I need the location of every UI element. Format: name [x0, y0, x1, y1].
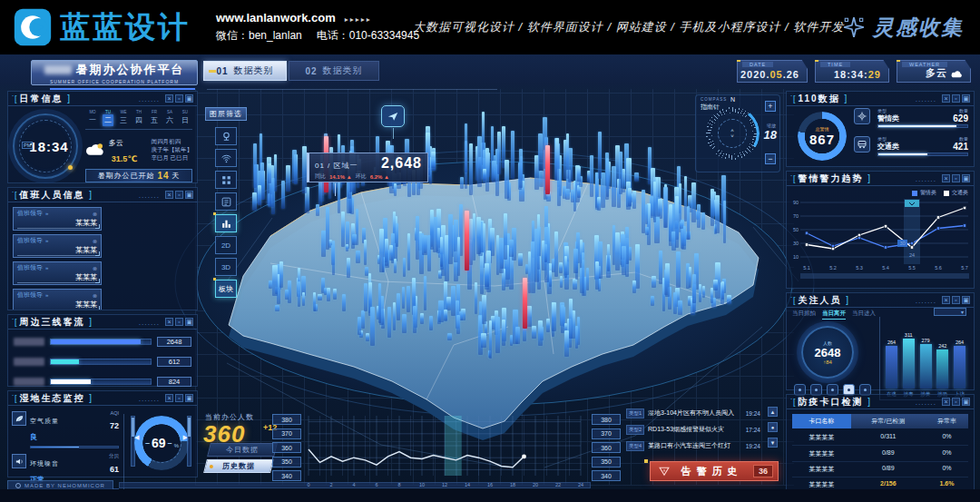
list-icon[interactable] [215, 192, 237, 211]
scroll-down-icon[interactable]: ▼ [768, 438, 778, 448]
camera-icon[interactable] [215, 127, 237, 145]
expand-icon[interactable]: ▣ [962, 94, 970, 103]
speaker-icon [12, 454, 26, 468]
weekday-cn[interactable]: 六 [164, 114, 175, 126]
column-header[interactable]: 卡口名称 [792, 414, 851, 428]
weekday-cn[interactable]: 二 [103, 114, 113, 126]
duty-card[interactable]: 值班领导»⊗某某某 [13, 289, 102, 310]
expand-icon[interactable]: ▣ [962, 174, 970, 182]
layer-button[interactable]: 3D [215, 258, 237, 276]
count-value: 421 [953, 142, 968, 152]
window-icon[interactable]: ▫ [952, 174, 960, 182]
svg-text:0: 0 [307, 482, 309, 487]
close-icon[interactable]: × [165, 394, 173, 402]
y-axis-right: 380370360350340 [592, 414, 621, 481]
window-icon[interactable]: ▫ [175, 394, 183, 402]
weekday-cn[interactable]: 三 [118, 114, 129, 126]
expand-icon[interactable]: ▣ [185, 94, 193, 103]
chevron-right-icon: » [45, 292, 48, 298]
zoom-out-button[interactable]: − [765, 153, 776, 164]
logo[interactable]: 蓝蓝设计 [13, 7, 191, 48]
history-data-button[interactable]: 历史数据 [203, 459, 274, 473]
weekday-cn[interactable]: 五 [149, 114, 160, 126]
alert-row[interactable]: 类型4某路口有小汽车连闯三个红灯19:24 [626, 439, 760, 452]
today-data-button[interactable]: 今日数据 [207, 443, 278, 457]
legend-item[interactable]: 警情类 [912, 189, 936, 197]
data110-rows: 类型警情类数量629类型交通类数量421 [854, 108, 968, 164]
scroll-dot-icon[interactable]: ● [768, 422, 778, 432]
focus-tab[interactable]: 当日抓拍 [792, 310, 816, 320]
duty-card[interactable]: 值班领导»⊗某某某 [13, 261, 102, 285]
trend-line-chart[interactable]: 907050301024305.15.25.35.45.55.65.7 [790, 197, 972, 284]
radar-icon[interactable] [215, 149, 237, 167]
alert-row[interactable]: 类型2RD13-53烟感报警疑似火灾17:24 [626, 423, 760, 436]
collect-button[interactable]: 灵感收集 [842, 0, 964, 54]
data110-row: 类型交通类数量421 [854, 136, 968, 156]
close-icon[interactable]: × [942, 94, 950, 103]
focus-tab[interactable]: 当日离开 [822, 310, 846, 320]
bar-item: 279涉黄 [918, 338, 934, 390]
column-header[interactable]: 异常/已检测 [851, 414, 926, 428]
focus-tabs: 当日抓拍当日离开当日进入 [792, 310, 876, 320]
duty-role-label: 值班领导 [17, 290, 43, 300]
window-icon[interactable]: ▫ [952, 398, 960, 406]
checkpoint-name: 某某某某 [792, 465, 851, 474]
column-header[interactable]: 异常率 [926, 414, 968, 428]
close-icon[interactable]: ⊗ [93, 292, 97, 299]
close-icon[interactable]: × [165, 94, 173, 103]
window-icon[interactable]: ▫ [175, 191, 183, 199]
expand-icon[interactable]: ▣ [962, 296, 970, 304]
zoom-in-button[interactable]: + [765, 101, 776, 112]
grid-icon[interactable] [215, 171, 237, 189]
layer-button[interactable]: 2D [215, 236, 237, 254]
expand-icon[interactable]: ▣ [185, 191, 193, 199]
expand-icon[interactable]: ▣ [962, 398, 970, 406]
weekday-cn[interactable]: 四 [133, 114, 144, 126]
weekday-cn[interactable]: 一 [87, 114, 98, 126]
window-icon[interactable]: ▫ [952, 296, 960, 304]
close-icon[interactable]: × [165, 191, 173, 199]
notice-bar: 暑期办公已开始14天 [85, 169, 192, 182]
legend-label: 交通类 [952, 189, 968, 197]
bar-value: 279 [921, 338, 929, 343]
blurred-label [14, 338, 44, 346]
count-value: 2648 [815, 346, 841, 359]
close-icon[interactable]: ⊗ [93, 211, 97, 217]
range-dropdown[interactable]: ▾ [934, 308, 966, 316]
window-icon[interactable]: ▫ [175, 318, 183, 326]
close-icon[interactable]: ⊗ [93, 238, 97, 244]
weekday-cn[interactable]: 日 [180, 114, 191, 126]
alert-row[interactable]: 类型1湿地3-104片区有不明人员闯入19:24 [626, 407, 760, 419]
close-icon[interactable]: × [942, 398, 950, 406]
cloud-icon [951, 70, 963, 78]
legend-item[interactable]: 交通类 [944, 189, 968, 197]
duty-card[interactable]: 值班领导»⊗某某某 [13, 234, 102, 258]
expand-icon[interactable]: ▣ [185, 318, 193, 326]
slider-right[interactable] [187, 416, 191, 467]
close-icon[interactable]: × [165, 318, 173, 326]
close-icon[interactable]: × [942, 174, 950, 182]
chevron-right-icon: » [45, 211, 48, 216]
close-icon[interactable]: × [942, 296, 950, 304]
window-icon[interactable]: ▫ [952, 94, 960, 103]
website-link[interactable]: www.lanlanwork.com [216, 11, 336, 25]
layer-button-label: 2D [221, 241, 230, 250]
arrow-left-icon[interactable]: ◀ [134, 434, 139, 441]
plane-marker[interactable] [381, 105, 405, 127]
layer-button[interactable]: 板块 [215, 280, 237, 298]
tab-data-category-2[interactable]: 02数据类别 [289, 61, 379, 81]
office-line-chart[interactable]: 024681012141618202224 [305, 410, 588, 494]
bar-chart-icon[interactable] [215, 214, 237, 232]
alert-history-banner[interactable]: 告警历史 36 [650, 461, 779, 481]
type-name: 警情类 [877, 113, 949, 123]
close-icon[interactable]: ⊗ [93, 265, 97, 271]
tab-data-category-1[interactable]: 01数据类别 [203, 61, 287, 81]
divider [85, 129, 192, 130]
scroll-up-icon[interactable]: ▲ [768, 407, 778, 417]
aqi-value: 72 [110, 421, 119, 430]
focus-tab[interactable]: 当日进入 [852, 310, 876, 320]
duty-name: 某某某 [17, 218, 97, 229]
duty-card[interactable]: 值班领导»⊗某某某 [13, 207, 102, 231]
expand-icon[interactable]: ▣ [185, 394, 193, 402]
window-icon[interactable]: ▫ [175, 94, 183, 103]
